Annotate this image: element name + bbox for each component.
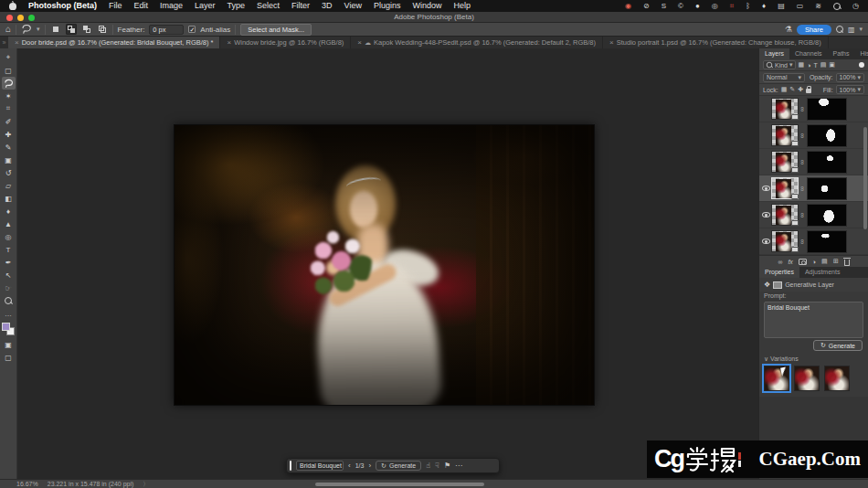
zoom-level-field[interactable]: 16.67% bbox=[16, 481, 38, 487]
prompt-textarea[interactable]: Bridal Bouquet bbox=[764, 302, 863, 338]
menu-view[interactable]: View bbox=[344, 0, 362, 12]
foreground-color-swatch[interactable] bbox=[2, 323, 10, 331]
history-brush-tool[interactable]: ↺ bbox=[2, 166, 16, 179]
visibility-toggle[interactable] bbox=[761, 186, 771, 191]
horizontal-scrollbar[interactable] bbox=[315, 483, 484, 486]
filter-group-icon[interactable]: ▤ bbox=[820, 61, 827, 69]
eye-icon[interactable] bbox=[762, 239, 770, 244]
tab-paths[interactable]: Paths bbox=[828, 48, 855, 59]
filter-pixel-icon[interactable]: ▦ bbox=[799, 61, 805, 69]
filter-type-icon[interactable]: T bbox=[813, 62, 817, 69]
taskbar-handle[interactable] bbox=[290, 461, 291, 471]
layer-row[interactable]: ∞ bbox=[759, 228, 868, 255]
select-and-mask-button[interactable]: Select and Mask... bbox=[240, 24, 312, 36]
eye-icon[interactable] bbox=[762, 212, 770, 217]
blur-tool[interactable]: ♦ bbox=[2, 205, 16, 217]
bride-photo[interactable] bbox=[174, 124, 595, 406]
quick-mask-button[interactable]: ▣ bbox=[2, 338, 16, 351]
layer-thumbnail[interactable] bbox=[771, 98, 799, 120]
document-tab-door-bride[interactable]: × Door bride.psd @ 16.7% (Generated: Bri… bbox=[8, 37, 220, 48]
move-tool[interactable]: ⌖ bbox=[2, 51, 16, 64]
workspace-switcher-icon[interactable]: ▥ bbox=[848, 26, 855, 34]
variation-thumbnail-1[interactable] bbox=[764, 366, 789, 391]
dodge-tool[interactable]: ◎ bbox=[2, 230, 16, 243]
status-app-icon[interactable]: ● bbox=[695, 0, 700, 12]
layer-thumbnail[interactable] bbox=[771, 151, 799, 173]
menu-type[interactable]: Type bbox=[228, 0, 246, 12]
antialias-checkbox[interactable]: ✓ bbox=[188, 26, 196, 33]
tab-history[interactable]: History bbox=[855, 48, 868, 59]
eraser-tool[interactable]: ▱ bbox=[2, 179, 16, 192]
battery-icon[interactable]: ▭ bbox=[797, 0, 804, 12]
menu-plugins[interactable]: Plugins bbox=[374, 0, 401, 12]
next-variation-icon[interactable]: › bbox=[368, 461, 371, 470]
more-options-icon[interactable]: ⋯ bbox=[455, 461, 462, 470]
feather-input[interactable]: 0 px bbox=[149, 25, 184, 35]
tab-layers[interactable]: Layers bbox=[759, 48, 789, 59]
visibility-toggle[interactable] bbox=[761, 239, 771, 244]
menu-select[interactable]: Select bbox=[257, 0, 280, 12]
healing-brush-tool[interactable]: ✚ bbox=[2, 128, 16, 141]
opacity-select[interactable]: 100%▾ bbox=[836, 73, 864, 82]
gradient-tool[interactable]: ◧ bbox=[2, 192, 16, 205]
screen-mode-button[interactable]: ▢ bbox=[2, 351, 16, 364]
status-app-icon[interactable]: ◎ bbox=[712, 0, 718, 12]
layer-mask-thumbnail[interactable] bbox=[807, 230, 847, 253]
layer-mask-thumbnail[interactable] bbox=[807, 204, 847, 227]
do-not-disturb-icon[interactable]: ⊘ bbox=[643, 0, 650, 12]
menu-3d[interactable]: 3D bbox=[322, 0, 333, 12]
lock-transparency-icon[interactable]: ▦ bbox=[781, 86, 788, 93]
filter-smart-object-icon[interactable]: ▣ bbox=[829, 61, 835, 69]
hand-tool[interactable]: ☞ bbox=[2, 281, 16, 294]
layers-scrollbar[interactable] bbox=[863, 127, 867, 229]
lock-position-icon[interactable]: ✚ bbox=[798, 86, 803, 93]
sharpen-tool[interactable]: ▲ bbox=[2, 217, 16, 230]
report-flag-icon[interactable]: ⚑ bbox=[444, 461, 450, 470]
color-swatches[interactable] bbox=[2, 323, 15, 335]
close-tab-icon[interactable]: × bbox=[357, 38, 362, 47]
variations-header[interactable]: ∨ Variations bbox=[759, 355, 868, 364]
link-layers-icon[interactable]: ∞ bbox=[778, 259, 782, 265]
layer-mask-thumbnail[interactable] bbox=[807, 124, 847, 147]
tab-properties[interactable]: Properties bbox=[759, 267, 799, 278]
layer-mask-thumbnail[interactable] bbox=[807, 151, 847, 174]
taskbar-generate-button[interactable]: ↻ Generate bbox=[376, 461, 421, 471]
lock-all-icon[interactable] bbox=[806, 89, 811, 93]
status-caret-icon[interactable]: 〉 bbox=[143, 480, 149, 488]
apple-logo-icon[interactable] bbox=[9, 3, 16, 10]
add-mask-icon[interactable] bbox=[799, 259, 807, 265]
eye-icon[interactable] bbox=[762, 186, 770, 191]
filter-adjustment-icon[interactable]: ◑ bbox=[807, 62, 810, 69]
screen-record-icon[interactable]: ◉ bbox=[625, 0, 631, 12]
tool-preset-caret-icon[interactable]: ▾ bbox=[37, 26, 40, 33]
wifi-icon[interactable]: ≋ bbox=[815, 0, 821, 12]
clock-icon[interactable]: ◷ bbox=[852, 0, 859, 12]
quick-selection-tool[interactable]: ✶ bbox=[2, 90, 16, 102]
document-tab-window-bride[interactable]: × Window bride.jpg @ 16.7% (RGB/8) bbox=[220, 37, 351, 48]
previous-variation-icon[interactable]: ‹ bbox=[348, 461, 351, 470]
subtract-selection-mode-button[interactable] bbox=[81, 24, 92, 35]
layer-row[interactable]: ∞ bbox=[759, 149, 868, 175]
blend-mode-select[interactable]: Normal▾ bbox=[763, 73, 805, 82]
layer-effects-icon[interactable]: fx bbox=[788, 259, 792, 265]
status-app-icon[interactable]: © bbox=[678, 0, 683, 12]
close-tab-icon[interactable]: × bbox=[15, 38, 19, 47]
new-layer-icon[interactable]: ⊞ bbox=[833, 258, 839, 265]
lasso-tool-icon[interactable] bbox=[21, 24, 32, 35]
visibility-toggle[interactable] bbox=[761, 212, 771, 217]
layer-row[interactable]: ∞ bbox=[759, 122, 868, 149]
keyboard-icon[interactable]: ▤ bbox=[778, 0, 785, 12]
calendar-icon[interactable]: ⌗ bbox=[730, 0, 735, 12]
add-selection-mode-button[interactable] bbox=[66, 24, 77, 35]
collapse-caret-icon[interactable]: ∨ bbox=[764, 355, 768, 362]
dock-toggle-icon[interactable]: » bbox=[0, 37, 8, 48]
menu-edit[interactable]: Edit bbox=[134, 0, 149, 12]
thumbs-down-icon[interactable]: ☟ bbox=[435, 461, 439, 470]
document-tab-kapok-wedding[interactable]: × ☁ Kapok Wedding-448-PSedit.psd @ 16.7%… bbox=[351, 37, 603, 48]
layer-row[interactable]: ∞ bbox=[759, 96, 868, 122]
status-app-icon[interactable]: S bbox=[662, 0, 666, 12]
variation-thumbnail-2[interactable] bbox=[794, 366, 820, 391]
taskbar-prompt-input[interactable]: Bridal Bouquet bbox=[296, 461, 344, 471]
filter-toggle[interactable] bbox=[859, 62, 864, 68]
thumbs-up-icon[interactable]: ☝ bbox=[426, 461, 430, 470]
